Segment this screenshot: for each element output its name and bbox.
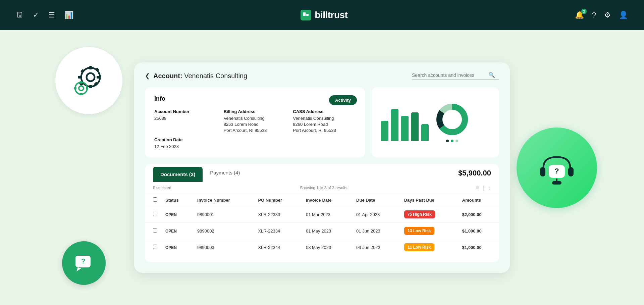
svg-text:?: ? <box>81 257 85 265</box>
svg-point-31 <box>444 111 460 128</box>
row-invoice-date: 03 May 2023 <box>302 239 352 256</box>
chart-icon[interactable]: 📊 <box>64 11 73 19</box>
search-box[interactable]: 🔍 <box>412 72 499 80</box>
brand-logo: billtrust <box>301 10 347 20</box>
row-checkbox-2[interactable] <box>153 245 157 249</box>
back-arrow-icon: ❮ <box>145 72 150 80</box>
check-icon[interactable]: ✓ <box>33 11 39 19</box>
risk-badge: 11 Low Risk <box>404 243 434 251</box>
table-row: OPEN 9890001 XLR-22333 01 Mar 2023 01 Ap… <box>145 206 499 223</box>
row-days-past-due: 75 High Risk <box>400 206 458 223</box>
row-checkbox-0[interactable] <box>153 212 157 216</box>
row-status: OPEN <box>161 206 193 223</box>
svg-rect-4 <box>89 66 92 69</box>
row-invoice-date: 01 Mar 2023 <box>302 206 352 223</box>
list-icon[interactable]: ☰ <box>48 11 55 19</box>
bar-chart-bar <box>391 109 398 141</box>
logo-text: billtrust <box>315 10 347 20</box>
col-invoice-number: Invoice Number <box>193 194 254 206</box>
svg-rect-24 <box>552 181 561 185</box>
row-due-date: 01 Apr 2023 <box>352 206 400 223</box>
creation-date-field: Creation Date 12 Feb 2023 <box>154 137 217 149</box>
svg-rect-16 <box>74 87 76 90</box>
activity-button[interactable]: Activity <box>329 95 357 105</box>
row-checkbox-1[interactable] <box>153 228 157 233</box>
main-content: ? ? ❮ Account: Venenatis Consulting <box>0 30 644 305</box>
nav-right: 🔔 3 ? ⚙ 👤 <box>575 11 628 19</box>
row-po-number: XLR-22333 <box>254 206 302 223</box>
row-invoice-number: 9890002 <box>193 223 254 239</box>
top-navigation: 🖺 ✓ ☰ 📊 billtrust 🔔 3 ? ⚙ 👤 <box>0 0 644 30</box>
row-invoice-number: 9890003 <box>193 239 254 256</box>
invoices-table: Status Invoice Number PO Number Invoice … <box>145 194 499 255</box>
row-checkbox-cell <box>145 223 161 239</box>
total-amount: $5,900.00 <box>458 169 491 177</box>
cass-address-field: CASS Address Venenatis Consulting 8260 L… <box>293 109 356 133</box>
svg-rect-14 <box>80 81 83 84</box>
row-po-number: XLR-22334 <box>254 223 302 239</box>
donut-chart <box>435 103 469 136</box>
table-row: OPEN 9890003 XLR-22344 03 May 2023 03 Ju… <box>145 239 499 256</box>
svg-point-3 <box>87 73 95 81</box>
svg-rect-7 <box>97 76 100 79</box>
donut-legend <box>446 140 458 142</box>
docs-header: Documents (3) Payments (4) $5,900.00 <box>145 164 499 182</box>
col-invoice-date: Invoice Date <box>302 194 352 206</box>
settings-icon[interactable]: ⚙ <box>604 11 611 19</box>
info-grid: Account Number 25689 Billing Address Ven… <box>154 109 356 149</box>
invoice-icon[interactable]: 🖺 <box>16 11 23 19</box>
svg-rect-21 <box>540 167 545 176</box>
svg-rect-5 <box>89 85 92 88</box>
row-invoice-date: 01 May 2023 <box>302 223 352 239</box>
tab-payments[interactable]: Payments (4) <box>203 165 247 181</box>
row-due-date: 03 Jun 2023 <box>352 239 400 256</box>
col-po-number: PO Number <box>254 194 302 206</box>
svg-point-13 <box>79 86 84 91</box>
svg-rect-6 <box>78 76 81 79</box>
row-due-date: 01 Jun 2023 <box>352 223 400 239</box>
columns-icon[interactable]: ‖ <box>482 185 485 191</box>
filter-icon[interactable]: ≡ <box>476 185 479 191</box>
search-icon: 🔍 <box>488 72 495 78</box>
bar-chart-bar <box>381 121 388 141</box>
row-status: OPEN <box>161 239 193 256</box>
deco-gear-circle <box>55 47 122 114</box>
row-po-number: XLR-22344 <box>254 239 302 256</box>
row-days-past-due: 11 Low Risk <box>400 239 458 256</box>
deco-headset-circle: ? <box>517 128 597 208</box>
account-number-field: Account Number 25689 <box>154 109 217 133</box>
user-icon[interactable]: 👤 <box>619 11 628 19</box>
help-icon[interactable]: ? <box>592 11 596 19</box>
notifications-icon[interactable]: 🔔 3 <box>575 11 584 19</box>
bar-chart-bar <box>411 112 419 141</box>
row-status: OPEN <box>161 223 193 239</box>
legend-dot-light <box>455 140 458 142</box>
col-status: Status <box>161 194 193 206</box>
deco-chat-circle: ? <box>62 241 106 285</box>
donut-chart-wrap <box>435 103 469 142</box>
table-actions: ≡ ‖ ↓ <box>476 185 491 191</box>
svg-rect-0 <box>303 12 306 16</box>
svg-rect-1 <box>306 14 309 16</box>
tab-documents[interactable]: Documents (3) <box>153 167 203 182</box>
checkbox-column-header <box>145 194 161 206</box>
svg-text:?: ? <box>554 167 559 175</box>
svg-rect-17 <box>86 87 88 90</box>
download-icon[interactable]: ↓ <box>488 185 491 191</box>
top-row: Info Activity Account Number 25689 Billi… <box>145 87 499 157</box>
back-button[interactable]: ❮ Account: Venenatis Consulting <box>145 72 247 80</box>
col-days-past-due: Days Past Due <box>400 194 458 206</box>
panel-header: ❮ Account: Venenatis Consulting 🔍 <box>145 72 499 80</box>
table-header-row: Status Invoice Number PO Number Invoice … <box>145 194 499 206</box>
search-input[interactable] <box>412 72 486 78</box>
selected-count: 0 selected <box>153 186 171 190</box>
documents-section: Documents (3) Payments (4) $5,900.00 0 s… <box>145 164 499 262</box>
results-text: Showing 1 to 3 of 3 results <box>300 186 347 190</box>
bar-chart <box>381 104 429 141</box>
bar-chart-bar <box>421 124 429 141</box>
select-all-checkbox[interactable] <box>153 197 157 202</box>
row-amount: $1,000.00 <box>458 223 499 239</box>
row-amount: $2,000.00 <box>458 206 499 223</box>
row-amount: $1,000.00 <box>458 239 499 256</box>
logo-icon <box>301 10 311 20</box>
